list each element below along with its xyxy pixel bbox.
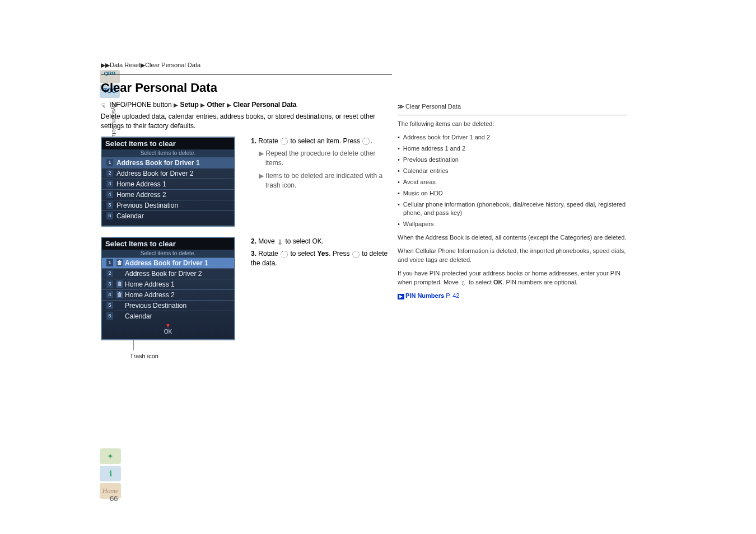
trash-icon: 🗑 [116, 259, 123, 266]
step-3: 3. Rotate to select Yes. Press to delete… [251, 249, 392, 268]
side-bullet: Avoid areas [398, 178, 627, 187]
side-bullet: Home address 1 and 2 [398, 144, 627, 153]
hand-icon: ☟ [101, 102, 107, 109]
list-item: Address Book for Driver 2 [125, 270, 202, 278]
trash-icon: 🗑 [116, 291, 123, 298]
side-info-box: ≫Clear Personal Data The following items… [398, 102, 627, 301]
breadcrumb: ▶▶Data Reset▶Clear Personal Data [101, 62, 655, 69]
page-title: Clear Personal Data [101, 81, 392, 95]
bottom-icons: ✦ ℹ Home [100, 448, 121, 500]
step-1-sub1: ▶ Repeat the procedure to delete other i… [259, 149, 392, 168]
shot2-header: Select items to clear [102, 238, 234, 250]
move-down-icon: ⇩ [277, 238, 283, 245]
trash-icon-label: Trash icon [130, 353, 241, 359]
list-item: Calendar [116, 212, 144, 220]
side-p3: If you have PIN-protected your address b… [398, 269, 627, 287]
shot2-sub: Select items to delete. [102, 250, 234, 257]
list-item: Home Address 1 [125, 280, 175, 288]
side-intro: The following items can be deleted: [398, 120, 627, 129]
step-1-sub2: ▶ Items to be deleted are indicated with… [259, 171, 392, 190]
link-icon: ▶ [398, 294, 404, 299]
nav-path: ☟ INFO/PHONE button ▶ Setup ▶ Other ▶ Cl… [101, 101, 392, 109]
side-header: Clear Personal Data [405, 103, 461, 110]
step-1: 1. Rotate to select an item. Press . [251, 137, 392, 146]
screenshot-2: Select items to clear Select items to de… [101, 237, 241, 359]
shot1-header: Select items to clear [102, 138, 234, 149]
intro-text: Delete uploaded data, calendar entries, … [101, 112, 392, 131]
trash-icon: 🗑 [116, 280, 123, 288]
list-item: Home Address 2 [116, 191, 166, 199]
list-item: Previous Destination [125, 302, 186, 310]
step-2: 2. Move ⇩ to select OK. [251, 237, 392, 246]
rotate-knob-icon [281, 251, 288, 258]
side-bullet: Wallpapers [398, 220, 627, 229]
side-p1: When the Address Book is deleted, all co… [398, 233, 627, 242]
voice-icon[interactable]: ✦ [100, 448, 121, 464]
side-bullet: Cellular phone information (phonebook, d… [398, 200, 627, 218]
side-p2: When Cellular Phone Information is delet… [398, 247, 627, 265]
list-item: Previous Destination [116, 202, 178, 209]
press-knob-icon [362, 138, 370, 145]
list-item: Address Book for Driver 1 [125, 259, 208, 267]
side-link[interactable]: ▶PIN Numbers P. 42 [398, 292, 627, 301]
list-item: Calendar [125, 312, 152, 320]
side-bullet: Previous destination [398, 156, 627, 165]
side-bullet: Calendar entries [398, 167, 627, 176]
screenshot-1: Select items to clear Select items to de… [101, 137, 241, 227]
shot2-ok: OK [164, 329, 172, 335]
press-knob-icon [352, 251, 360, 258]
info-icon[interactable]: ℹ [100, 466, 121, 481]
side-bullet: Address book for Driver 1 and 2 [398, 133, 627, 142]
list-item: Address Book for Driver 1 [116, 159, 200, 167]
rotate-knob-icon [281, 138, 288, 145]
shot1-sub: Select items to delete. [102, 149, 234, 157]
side-bullet-list: Address book for Driver 1 and 2 Home add… [398, 133, 627, 229]
list-item: Home Address 1 [116, 180, 166, 188]
move-down-icon: ⇩ [461, 279, 466, 286]
list-item: Home Address 2 [125, 291, 175, 299]
side-bullet: Music on HDD [398, 189, 627, 198]
list-item: Address Book for Driver 2 [116, 170, 193, 177]
page-number: 66 [110, 494, 118, 503]
